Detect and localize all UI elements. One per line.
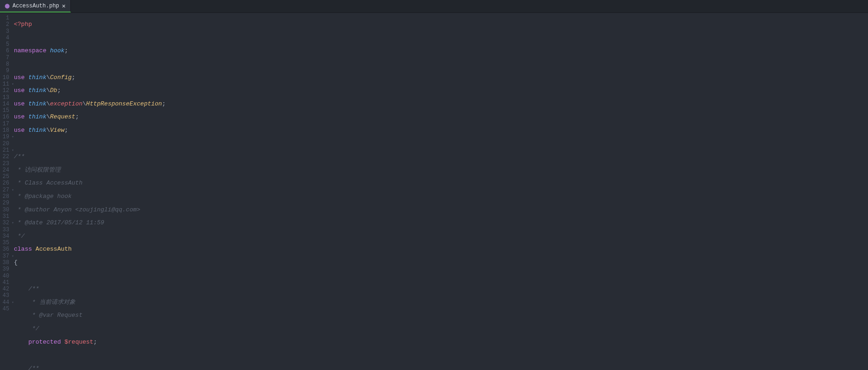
line-number: 25: [0, 173, 9, 180]
line-number: 43: [0, 292, 9, 299]
line-number: 9: [0, 68, 9, 74]
line-number: 8: [0, 61, 9, 68]
line-number: 32: [0, 220, 9, 226]
line-number: 19: [0, 134, 9, 140]
code-area[interactable]: <?php namespace hook; use think\Config; …: [12, 13, 868, 370]
line-number: 20: [0, 141, 9, 147]
line-number: 6: [0, 48, 9, 54]
line-number: 26: [0, 180, 9, 186]
line-number: 38: [0, 259, 9, 266]
line-number: 22: [0, 154, 9, 160]
line-number: 23: [0, 160, 9, 167]
line-number: 29: [0, 200, 9, 206]
line-number: 21: [0, 147, 9, 154]
line-number: 7: [0, 55, 9, 61]
line-number: 3: [0, 28, 9, 35]
line-number: 1: [0, 15, 9, 21]
line-number: 41: [0, 279, 9, 286]
close-icon[interactable]: ✕: [62, 2, 66, 10]
line-number: 27: [0, 187, 9, 193]
line-number: 34: [0, 233, 9, 240]
line-number: 33: [0, 227, 9, 233]
php-file-icon: ⬤: [5, 3, 10, 9]
line-number: 18: [0, 127, 9, 134]
line-number: 30: [0, 207, 9, 213]
line-number: 12: [0, 87, 9, 94]
line-number: 2: [0, 21, 9, 28]
line-number: 44: [0, 299, 9, 306]
line-number: 16: [0, 114, 9, 120]
line-number: 31: [0, 213, 9, 220]
line-number: 5: [0, 41, 9, 48]
code-editor[interactable]: 1234567891011121314151617181920212223242…: [0, 13, 868, 370]
tab-accessauth[interactable]: ⬤ AccessAuth.php ✕: [0, 0, 71, 12]
line-number: 35: [0, 240, 9, 246]
line-number: 37: [0, 253, 9, 259]
line-number: 17: [0, 121, 9, 127]
line-number: 14: [0, 101, 9, 107]
line-number: 4: [0, 35, 9, 41]
line-number: 13: [0, 94, 9, 101]
line-number: 39: [0, 266, 9, 272]
line-number: 45: [0, 306, 9, 312]
tab-filename: AccessAuth.php: [12, 3, 59, 9]
line-number-gutter: 1234567891011121314151617181920212223242…: [0, 13, 12, 370]
line-number: 42: [0, 286, 9, 292]
line-number: 10: [0, 74, 9, 81]
line-number: 36: [0, 246, 9, 253]
line-number: 24: [0, 167, 9, 173]
line-number: 15: [0, 107, 9, 114]
tab-bar: ⬤ AccessAuth.php ✕: [0, 0, 868, 13]
line-number: 11: [0, 81, 9, 87]
line-number: 40: [0, 273, 9, 279]
line-number: 28: [0, 193, 9, 200]
